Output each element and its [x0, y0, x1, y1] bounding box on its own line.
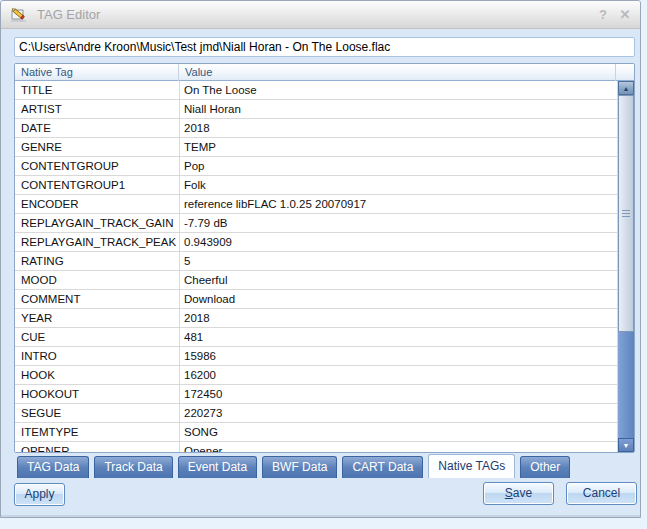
- tag-name-cell[interactable]: HOOKOUT: [21, 385, 179, 404]
- table-row[interactable]: HOOK16200: [15, 366, 617, 385]
- tag-name-cell[interactable]: COMMENT: [21, 290, 179, 309]
- tag-name-cell[interactable]: REPLAYGAIN_TRACK_GAIN: [21, 214, 179, 233]
- window-title: TAG Editor: [37, 7, 100, 22]
- tag-editor-window: TAG Editor ? ✕ Native Tag Value TITLEOn …: [0, 0, 641, 518]
- scrollbar-up-icon[interactable]: ▲: [618, 81, 634, 95]
- apply-button[interactable]: Apply: [14, 483, 65, 506]
- tag-value-cell[interactable]: 2018: [184, 119, 613, 138]
- table-row[interactable]: YEAR2018: [15, 309, 617, 328]
- tag-name-cell[interactable]: ENCODER: [21, 195, 179, 214]
- table-row[interactable]: COMMENTDownload: [15, 290, 617, 309]
- tag-value-cell[interactable]: Folk: [184, 176, 613, 195]
- table-row[interactable]: CONTENTGROUP1Folk: [15, 176, 617, 195]
- tag-value-cell[interactable]: On The Loose: [184, 81, 613, 100]
- column-divider: [179, 81, 180, 452]
- tag-name-cell[interactable]: ITEMTYPE: [21, 423, 179, 442]
- window-bottom-edge: [1, 515, 640, 517]
- tag-name-cell[interactable]: TITLE: [21, 81, 179, 100]
- table-row[interactable]: HOOKOUT172450: [15, 385, 617, 404]
- column-header-value[interactable]: Value: [179, 64, 616, 81]
- tag-value-cell[interactable]: 0.943909: [184, 233, 613, 252]
- vertical-scrollbar[interactable]: ▲ ▼: [617, 81, 634, 452]
- tab-bar: TAG DataTrack DataEvent DataBWF DataCART…: [17, 454, 570, 478]
- file-path-input[interactable]: [14, 37, 635, 57]
- tag-value-cell[interactable]: Pop: [184, 157, 613, 176]
- tag-value-cell[interactable]: 220273: [184, 404, 613, 423]
- table-row[interactable]: GENRETEMP: [15, 138, 617, 157]
- table-row[interactable]: DATE2018: [15, 119, 617, 138]
- tag-name-cell[interactable]: MOOD: [21, 271, 179, 290]
- tag-value-cell[interactable]: 16200: [184, 366, 613, 385]
- tag-name-cell[interactable]: REPLAYGAIN_TRACK_PEAK: [21, 233, 179, 252]
- title-bar[interactable]: TAG Editor ? ✕: [1, 1, 640, 29]
- scrollbar-down-icon[interactable]: ▼: [618, 438, 634, 452]
- scrollbar-thumb[interactable]: [618, 95, 634, 332]
- tag-value-cell[interactable]: TEMP: [184, 138, 613, 157]
- tab-other[interactable]: Other: [520, 456, 570, 478]
- tab-tag-data[interactable]: TAG Data: [17, 456, 89, 478]
- tag-table-body: TITLEOn The LooseARTISTNiall HoranDATE20…: [15, 81, 617, 452]
- tag-value-cell[interactable]: Cheerful: [184, 271, 613, 290]
- edit-pencil-icon: [9, 6, 29, 24]
- scrollbar-track[interactable]: [618, 332, 634, 438]
- tag-value-cell[interactable]: SONG: [184, 423, 613, 442]
- tag-value-cell[interactable]: 15986: [184, 347, 613, 366]
- tag-value-cell[interactable]: 5: [184, 252, 613, 271]
- tag-value-cell[interactable]: 172450: [184, 385, 613, 404]
- tag-value-cell[interactable]: Niall Horan: [184, 100, 613, 119]
- tab-track-data[interactable]: Track Data: [94, 456, 172, 478]
- scrollbar-grip: [622, 210, 630, 218]
- table-row[interactable]: CONTENTGROUPPop: [15, 157, 617, 176]
- tab-event-data[interactable]: Event Data: [178, 456, 257, 478]
- tag-name-cell[interactable]: INTRO: [21, 347, 179, 366]
- close-icon[interactable]: ✕: [616, 7, 634, 23]
- tag-name-cell[interactable]: CONTENTGROUP: [21, 157, 179, 176]
- table-row[interactable]: ENCODERreference libFLAC 1.0.25 20070917: [15, 195, 617, 214]
- table-row[interactable]: OPENEROpener: [15, 442, 617, 452]
- tag-name-cell[interactable]: DATE: [21, 119, 179, 138]
- tag-value-cell[interactable]: -7.79 dB: [184, 214, 613, 233]
- tag-name-cell[interactable]: CUE: [21, 328, 179, 347]
- table-row[interactable]: ARTISTNiall Horan: [15, 100, 617, 119]
- table-row[interactable]: MOODCheerful: [15, 271, 617, 290]
- save-button[interactable]: Save: [483, 482, 554, 505]
- tag-value-cell[interactable]: Opener: [184, 442, 613, 452]
- native-tag-table: Native Tag Value TITLEOn The LooseARTIST…: [14, 63, 635, 453]
- table-row[interactable]: TITLEOn The Loose: [15, 81, 617, 100]
- tab-cart-data[interactable]: CART Data: [342, 456, 423, 478]
- tag-name-cell[interactable]: CONTENTGROUP1: [21, 176, 179, 195]
- tag-value-cell[interactable]: reference libFLAC 1.0.25 20070917: [184, 195, 613, 214]
- tag-value-cell[interactable]: Download: [184, 290, 613, 309]
- help-icon[interactable]: ?: [594, 7, 612, 23]
- tag-name-cell[interactable]: GENRE: [21, 138, 179, 157]
- table-row[interactable]: ITEMTYPESONG: [15, 423, 617, 442]
- table-row[interactable]: INTRO15986: [15, 347, 617, 366]
- tag-name-cell[interactable]: ARTIST: [21, 100, 179, 119]
- column-header-native-tag[interactable]: Native Tag: [15, 64, 179, 81]
- tag-name-cell[interactable]: SEGUE: [21, 404, 179, 423]
- tag-name-cell[interactable]: RATING: [21, 252, 179, 271]
- table-row[interactable]: RATING5: [15, 252, 617, 271]
- tag-name-cell[interactable]: YEAR: [21, 309, 179, 328]
- tab-native-tags[interactable]: Native TAGs: [428, 454, 515, 478]
- table-row[interactable]: SEGUE220273: [15, 404, 617, 423]
- tab-bwf-data[interactable]: BWF Data: [262, 456, 337, 478]
- table-row[interactable]: CUE481: [15, 328, 617, 347]
- table-header: Native Tag Value: [15, 64, 634, 81]
- cancel-button[interactable]: Cancel: [566, 482, 637, 505]
- tag-name-cell[interactable]: OPENER: [21, 442, 179, 452]
- table-row[interactable]: REPLAYGAIN_TRACK_GAIN-7.79 dB: [15, 214, 617, 233]
- tag-value-cell[interactable]: 481: [184, 328, 613, 347]
- tag-name-cell[interactable]: HOOK: [21, 366, 179, 385]
- table-row[interactable]: REPLAYGAIN_TRACK_PEAK0.943909: [15, 233, 617, 252]
- tag-value-cell[interactable]: 2018: [184, 309, 613, 328]
